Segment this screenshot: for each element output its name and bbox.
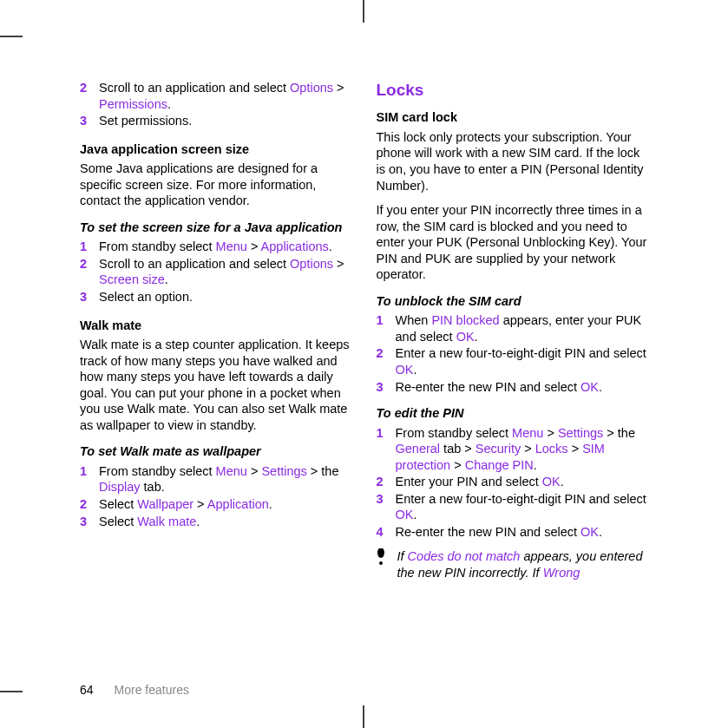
list-item: 3 Select Walk mate. (80, 514, 352, 530)
procedure-heading: To set the screen size for a Java applic… (80, 220, 352, 236)
step-number: 2 (377, 345, 387, 377)
page-footer: 64More features (80, 683, 189, 697)
step-number: 3 (80, 113, 90, 129)
text: . (167, 97, 171, 111)
step-body: Select Wallpaper > Application. (99, 496, 352, 513)
text: > (247, 464, 262, 478)
ui-path-ok: OK (396, 363, 414, 377)
procedure-heading: To set Walk mate as wallpaper (80, 443, 352, 460)
step-body: Set permissions. (99, 113, 352, 129)
ui-path-ok: OK (580, 380, 599, 394)
list-item: 3 Set permissions. (80, 113, 352, 129)
ui-path-settings: Settings (261, 464, 306, 478)
page-number: 64 (80, 683, 94, 697)
text: Scroll to an application and select (99, 81, 290, 95)
text: From standby select (99, 464, 216, 478)
ui-path-general: General (396, 442, 441, 456)
text: . (475, 330, 478, 344)
ui-path-security: Security (475, 442, 521, 456)
svg-point-6 (379, 561, 383, 565)
step-number: 2 (80, 496, 90, 513)
ui-path-ok: OK (396, 508, 414, 521)
text: . (599, 380, 602, 394)
paragraph: This lock only protects your subscriptio… (377, 129, 649, 193)
section-name: More features (115, 683, 189, 697)
text: > (193, 497, 207, 511)
ui-path-menu: Menu (216, 239, 247, 253)
text: Scroll to an application and select (99, 257, 290, 271)
text: Enter a new four-to-eight-digit PIN and … (396, 346, 646, 360)
list-item: 3 Enter a new four-to-eight-digit PIN an… (377, 491, 649, 523)
step-body: From standby select Menu > Settings > th… (99, 463, 352, 495)
ui-path-permissions: Permissions (99, 97, 167, 111)
step-body: Re-enter the new PIN and select OK. (396, 524, 649, 541)
ui-path-locks: Locks (535, 442, 568, 456)
list-item: 4 Re-enter the new PIN and select OK. (377, 524, 649, 541)
text: From standby select (99, 239, 216, 253)
step-number: 1 (80, 239, 90, 255)
text: > (450, 458, 465, 472)
text: > (543, 426, 558, 440)
list-item: 1 From standby select Menu > Settings > … (80, 463, 352, 495)
permissions-steps: 2 Scroll to an application and select Op… (80, 80, 352, 129)
text: . (329, 239, 332, 253)
text: . (534, 458, 537, 472)
unblock-steps: 1 When PIN blocked appears, enter your P… (377, 312, 649, 395)
step-body: From standby select Menu > Settings > th… (396, 425, 649, 474)
java-steps: 1 From standby select Menu > Application… (80, 239, 352, 305)
step-body: Enter a new four-to-eight-digit PIN and … (396, 345, 649, 377)
text: If (397, 549, 408, 563)
text: . (165, 272, 168, 286)
step-number: 2 (377, 474, 387, 490)
step-number: 1 (80, 463, 90, 495)
step-number: 3 (377, 491, 387, 523)
list-item: 3 Re-enter the new PIN and select OK. (377, 379, 649, 396)
ui-path-applications: Applications (261, 239, 329, 253)
ui-path-change-pin: Change PIN (465, 458, 534, 472)
text: Re-enter the new PIN and select (396, 525, 581, 539)
ui-path-ok: OK (456, 330, 475, 344)
step-number: 4 (377, 524, 387, 541)
text: Enter your PIN and select (396, 475, 542, 489)
ui-text-wrong: Wrong (543, 566, 580, 580)
step-body: Enter your PIN and select OK. (396, 474, 649, 490)
step-number: 2 (80, 80, 90, 112)
text: tab. (141, 480, 165, 494)
list-item: 2 Select Wallpaper > Application. (80, 496, 352, 513)
left-column: 2 Scroll to an application and select Op… (80, 80, 352, 711)
subheading-sim-lock: SIM card lock (377, 109, 649, 126)
info-icon (377, 548, 389, 580)
subheading-java-size: Java application screen size (80, 141, 352, 158)
list-item: 2 Enter a new four-to-eight-digit PIN an… (377, 345, 649, 377)
step-body: Scroll to an application and select Opti… (99, 256, 352, 288)
step-body: Scroll to an application and select Opti… (99, 80, 352, 112)
list-item: 2 Scroll to an application and select Op… (80, 256, 352, 288)
text: > (333, 257, 344, 271)
ui-text-codes-no-match: Codes do not match (408, 549, 521, 563)
text: . (599, 525, 602, 539)
list-item: 2 Scroll to an application and select Op… (80, 80, 352, 112)
list-item: 3 Select an option. (80, 289, 352, 305)
right-column: Locks SIM card lock This lock only prote… (377, 80, 649, 711)
text: > (568, 442, 583, 456)
step-number: 3 (80, 289, 90, 305)
note: If Codes do not match appears, you enter… (377, 548, 649, 580)
ui-path-walk-mate: Walk mate (137, 515, 196, 528)
ui-path-ok: OK (580, 525, 599, 539)
procedure-heading: To edit the PIN (377, 405, 649, 422)
text: . (269, 497, 272, 511)
text: Re-enter the new PIN and select (396, 380, 581, 394)
step-body: From standby select Menu > Applications. (99, 239, 352, 255)
text: When (396, 313, 432, 327)
note-body: If Codes do not match appears, you enter… (397, 548, 649, 580)
ui-path-menu: Menu (216, 464, 247, 478)
text: Select (99, 515, 137, 528)
paragraph: Walk mate is a step counter application.… (80, 337, 352, 433)
list-item: 1 From standby select Menu > Settings > … (377, 425, 649, 474)
ui-path-options: Options (290, 257, 333, 271)
ui-path-display: Display (99, 480, 141, 494)
text: From standby select (396, 426, 513, 440)
step-body: Select Walk mate. (99, 514, 352, 530)
section-title-locks: Locks (377, 80, 649, 101)
step-body: When PIN blocked appears, enter your PUK… (396, 312, 649, 344)
